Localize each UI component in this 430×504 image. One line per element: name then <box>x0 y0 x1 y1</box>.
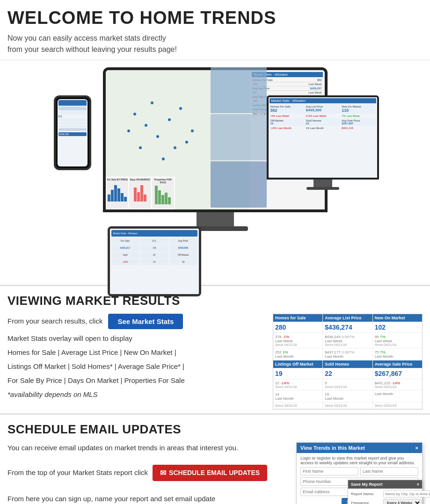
tablet-mockup: Market Stats - Wheaton For Sale 271 Avg … <box>108 226 201 296</box>
dialog-header: View Trends in this Market × <box>297 443 422 453</box>
monitor2-mockup: Market Stats - Wheaton Homes For Sale362… <box>267 95 379 194</box>
device-mockup-section: 271 $436,566 <box>0 60 430 285</box>
frequency-label: Frequency: <box>351 501 381 504</box>
close-icon[interactable]: × <box>415 445 418 451</box>
report-name-input[interactable] <box>383 490 430 497</box>
envelope-icon: ✉ <box>160 468 166 477</box>
device-mockup: 271 $436,566 <box>51 67 379 282</box>
desc-line1: Market Stats overlay will open to displa… <box>7 333 263 344</box>
viewing-title: VIEWING MARKET RESULTS <box>7 294 423 308</box>
dialog-description: Login or register to view this market re… <box>300 456 418 465</box>
market-stats-preview-image: Homes for Sale Average List Price New On… <box>273 314 423 410</box>
save-report-close-icon[interactable]: × <box>417 482 419 487</box>
desc-line3: Listings Off Market | Sold Homes* | Aver… <box>7 361 263 372</box>
schedule-content: You can receive email updates on market … <box>7 442 423 504</box>
schedule-title: SCHEDULE EMAIL UPDATES <box>7 422 423 437</box>
last-name-input[interactable] <box>360 467 418 475</box>
schedule-step1: From here you can sign up, name your rep… <box>7 493 287 504</box>
availability-note: *availability depends on MLS <box>7 389 263 400</box>
col-homes-header: Homes for Sale <box>273 314 323 322</box>
schedule-description: You can receive email updates on market … <box>7 442 287 454</box>
email-dialog-image: View Trends in this Market × Login or re… <box>296 442 423 504</box>
desc-line2: Homes for Sale | Average List Price | Ne… <box>7 347 263 358</box>
first-name-input[interactable] <box>300 467 358 475</box>
save-report-title: Save My Report <box>351 482 383 487</box>
intro-text: From your search results, click <box>7 316 102 327</box>
dialog-title: View Trends in this Market <box>300 445 365 451</box>
schedule-text: You can receive email updates on market … <box>7 442 287 504</box>
schedule-intro-row: From the top of your Market Stats report… <box>7 465 287 481</box>
page-title: WELCOME TO HOME TRENDS <box>7 8 423 28</box>
col-off-market-header: Listings Off Market <box>273 360 323 368</box>
viewing-section: VIEWING MARKET RESULTS From your search … <box>0 285 430 413</box>
subtitle: Now you can easily access market stats d… <box>7 33 423 55</box>
see-market-stats-button[interactable]: See Market Stats <box>108 314 183 329</box>
schedule-email-updates-button[interactable]: ✉ SCHEDULE EMAIL UPDATES <box>153 465 267 481</box>
schedule-button-label: SCHEDULE EMAIL UPDATES <box>169 469 260 476</box>
phone-mockup: 271 $436,566 <box>54 95 91 170</box>
col-sale-price-header: Average Sale Price <box>373 360 422 368</box>
photo-collage <box>211 67 267 208</box>
viewing-text: From your search results, click See Mark… <box>7 314 263 403</box>
frequency-select[interactable]: Every 4 Weeks <box>383 499 422 504</box>
col2-big-value: $436,274 <box>325 324 370 331</box>
intro-row: From your search results, click See Mark… <box>7 314 263 329</box>
schedule-section: SCHEDULE EMAIL UPDATES You can receive e… <box>0 413 430 504</box>
desc-line4: For Sale By Price | Days On Market | Pro… <box>7 375 263 386</box>
col-new-header: New On Market <box>373 314 422 322</box>
viewing-content: From your search results, click See Mark… <box>7 314 423 410</box>
col-avg-header: Average List Price <box>323 314 372 322</box>
col-sold-header: Sold Homes <box>323 360 372 368</box>
col3-big-value: 102 <box>375 324 420 331</box>
col1-big-value: 280 <box>275 324 321 331</box>
report-name-label: Report Name: <box>351 492 381 496</box>
header-section: WELCOME TO HOME TRENDS Now you can easil… <box>0 0 430 60</box>
save-report-dialog: Save My Report × Report Name: Frequency:… <box>348 480 423 504</box>
schedule-intro-text: From the top of your Market Stats report… <box>7 467 148 478</box>
market-stats-table: Homes for Sale Average List Price New On… <box>273 314 423 410</box>
